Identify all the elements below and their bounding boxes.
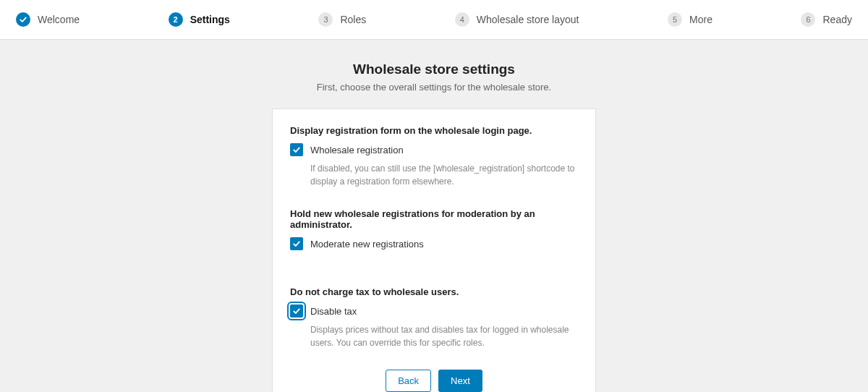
section-title: Hold new wholesale registrations for mod… — [290, 208, 578, 230]
step-label: Wholesale store layout — [477, 14, 579, 25]
back-button[interactable]: Back — [386, 370, 431, 392]
step-number-icon: 6 — [801, 12, 815, 27]
hint-text: Displays prices without tax and disables… — [310, 323, 578, 349]
checkbox-row-registration: Wholesale registration — [290, 143, 578, 156]
section-title: Display registration form on the wholesa… — [290, 125, 578, 136]
checkbox-label: Disable tax — [310, 306, 357, 317]
checkbox-row-moderation: Moderate new registrations — [290, 237, 578, 250]
step-number-icon: 4 — [455, 12, 469, 27]
step-label: Roles — [340, 14, 366, 25]
step-welcome[interactable]: Welcome — [16, 12, 80, 27]
step-label: Welcome — [38, 14, 80, 25]
checkbox-label: Wholesale registration — [310, 145, 404, 155]
page-heading: Wholesale store settings First, choose t… — [0, 61, 868, 93]
section-moderation: Hold new wholesale registrations for mod… — [290, 208, 578, 250]
page-subtitle: First, choose the overall settings for t… — [0, 82, 868, 93]
checkbox-row-tax: Disable tax — [290, 304, 578, 318]
section-tax: Do not charge tax to wholesale users. Di… — [290, 286, 578, 349]
settings-card: Display registration form on the wholesa… — [272, 108, 596, 392]
check-icon — [16, 12, 30, 27]
button-bar: Back Next — [290, 370, 578, 392]
checkbox-disable-tax[interactable] — [290, 304, 303, 318]
step-settings[interactable]: 2 Settings — [169, 12, 230, 27]
step-label: More — [689, 14, 712, 25]
section-title: Do not charge tax to wholesale users. — [290, 286, 578, 297]
checkbox-label: Moderate new registrations — [310, 239, 424, 250]
step-label: Settings — [190, 14, 230, 25]
step-more[interactable]: 5 More — [668, 12, 712, 27]
section-registration: Display registration form on the wholesa… — [290, 125, 578, 188]
hint-text: If disabled, you can still use the [whol… — [310, 162, 578, 188]
wizard-stepper: Welcome 2 Settings 3 Roles 4 Wholesale s… — [0, 0, 868, 40]
step-wholesale-store-layout[interactable]: 4 Wholesale store layout — [455, 12, 579, 27]
step-number-icon: 5 — [668, 12, 682, 27]
checkbox-moderate-registrations[interactable] — [290, 237, 303, 250]
step-ready[interactable]: 6 Ready — [801, 12, 851, 27]
next-button[interactable]: Next — [438, 370, 482, 392]
main-content: Wholesale store settings First, choose t… — [0, 40, 868, 392]
step-label: Ready — [822, 14, 851, 25]
step-number-icon: 3 — [318, 12, 333, 27]
step-roles[interactable]: 3 Roles — [318, 12, 366, 27]
step-number-icon: 2 — [169, 12, 183, 27]
page-title: Wholesale store settings — [0, 61, 868, 77]
checkbox-wholesale-registration[interactable] — [290, 143, 303, 156]
